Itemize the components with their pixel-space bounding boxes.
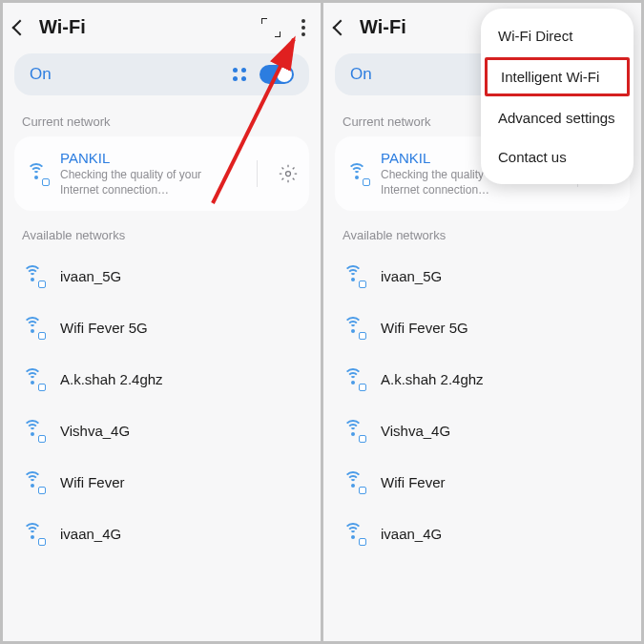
screen-wifi-menu: Wi-Fi On Current network PANKIL Checking… [323, 3, 641, 641]
wifi-secure-icon [343, 317, 364, 338]
wifi-secure-icon [343, 420, 364, 441]
available-networks-label: Available networks [3, 220, 321, 250]
list-item[interactable]: Wifi Fever 5G [3, 301, 321, 353]
header: Wi-Fi [3, 3, 321, 48]
list-item[interactable]: A.k.shah 2.4ghz [3, 353, 321, 405]
list-item[interactable]: Wifi Fever [3, 456, 321, 508]
network-name: ivaan_5G [381, 268, 442, 284]
wifi-secure-icon [343, 265, 364, 286]
wifi-secure-icon [26, 163, 47, 184]
network-name: Wifi Fever 5G [60, 320, 148, 336]
network-name: Vishva_4G [381, 423, 450, 439]
available-networks-list: ivaan_5G Wifi Fever 5G A.k.shah 2.4ghz V… [3, 250, 321, 559]
wifi-secure-icon [22, 265, 43, 286]
wifi-secure-icon [22, 471, 43, 492]
network-name: A.k.shah 2.4ghz [381, 371, 484, 387]
list-item[interactable]: Wifi Fever 5G [323, 301, 641, 353]
network-name: Wifi Fever 5G [381, 320, 468, 336]
screen-wifi-main: Wi-Fi On Current network PANKIL Checking… [3, 3, 321, 641]
back-icon[interactable] [12, 19, 29, 35]
wifi-secure-icon [22, 317, 43, 338]
grid-icon [233, 68, 246, 81]
wifi-secure-icon [346, 163, 367, 184]
available-networks-list: ivaan_5G Wifi Fever 5G A.k.shah 2.4ghz V… [323, 250, 641, 559]
back-icon[interactable] [333, 19, 349, 35]
current-network-card[interactable]: PANKIL Checking the quality of your Inte… [14, 136, 309, 211]
qr-scan-icon[interactable] [261, 18, 280, 37]
settings-gear-icon[interactable] [279, 164, 298, 183]
svg-point-0 [286, 172, 291, 177]
wifi-switch[interactable] [260, 65, 294, 84]
network-name: ivaan_5G [60, 268, 121, 284]
network-name: Vishva_4G [60, 423, 130, 439]
wifi-secure-icon [22, 523, 43, 544]
network-info: PANKIL Checking the quality of your Inte… [60, 150, 243, 197]
list-item[interactable]: A.k.shah 2.4ghz [323, 353, 641, 405]
separator [257, 160, 258, 187]
current-network-status: Checking the quality of your Internet co… [60, 168, 243, 197]
toggle-label: On [30, 65, 233, 84]
list-item[interactable]: ivaan_5G [323, 250, 641, 301]
menu-item-advanced-settings[interactable]: Advanced settings [481, 98, 634, 137]
wifi-secure-icon [22, 368, 43, 389]
list-item[interactable]: Vishva_4G [323, 405, 641, 456]
wifi-secure-icon [22, 420, 43, 441]
network-name: Wifi Fever [381, 474, 446, 490]
network-name: ivaan_4G [60, 526, 121, 542]
list-item[interactable]: Wifi Fever [323, 456, 641, 508]
list-item[interactable]: ivaan_4G [323, 508, 641, 559]
available-networks-label: Available networks [323, 220, 641, 250]
current-network-name: PANKIL [60, 150, 243, 166]
wifi-toggle-row[interactable]: On [14, 53, 309, 95]
list-item[interactable]: ivaan_4G [3, 508, 321, 559]
header-actions [261, 17, 309, 38]
current-network-label: Current network [3, 107, 321, 136]
more-options-icon[interactable] [298, 17, 309, 38]
menu-item-wifi-direct[interactable]: Wi-Fi Direct [481, 16, 634, 55]
list-item[interactable]: Vishva_4G [3, 405, 321, 456]
menu-item-contact-us[interactable]: Contact us [481, 137, 634, 177]
page-title: Wi-Fi [39, 16, 248, 38]
overflow-menu: Wi-Fi Direct Intelligent Wi-Fi Advanced … [481, 9, 634, 184]
list-item[interactable]: ivaan_5G [3, 250, 321, 301]
network-name: ivaan_4G [381, 526, 442, 542]
wifi-secure-icon [343, 523, 364, 544]
wifi-secure-icon [343, 471, 364, 492]
menu-item-intelligent-wifi[interactable]: Intelligent Wi-Fi [485, 57, 630, 96]
network-name: Wifi Fever [60, 474, 125, 490]
network-name: A.k.shah 2.4ghz [60, 371, 163, 387]
wifi-secure-icon [343, 368, 364, 389]
